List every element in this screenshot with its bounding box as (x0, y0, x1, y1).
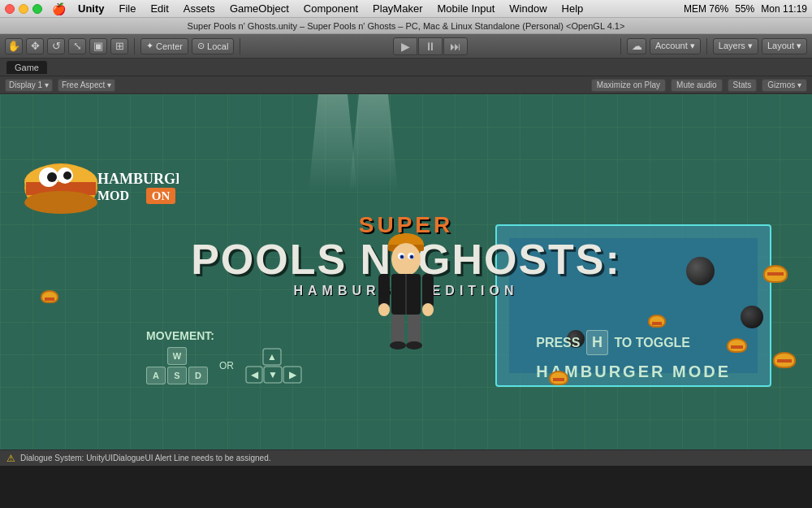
cloud-button[interactable]: ☁ (627, 38, 646, 54)
layout-label: Layout ▾ (767, 41, 801, 51)
game-tab[interactable]: Game (6, 61, 47, 74)
minimize-button[interactable] (19, 4, 28, 14)
maximize-label: Maximize on Play (597, 80, 660, 89)
menu-right: MEM 76% 55% Mon 11:19 (684, 3, 807, 15)
tool-bar: ✋ ✥ ↺ ⤡ ▣ ⊞ ✦ Center ⊙ Local ▶ ⏸ ⏭ ☁ Acc… (0, 34, 812, 59)
traffic-lights (5, 4, 42, 14)
menu-bar: 🍎 Unity File Edit Assets GameObject Comp… (0, 0, 812, 18)
gizmos-label: Gizmos ▾ (767, 80, 801, 89)
time-display: Mon 11:19 (761, 3, 807, 15)
center-button[interactable]: ✦ Center (140, 38, 188, 54)
stats-button[interactable]: Stats (728, 79, 758, 92)
separator-1 (134, 38, 135, 54)
status-message: Dialogue System: UnityUIDialogueUI Alert… (20, 454, 271, 462)
local-icon: ⊙ (197, 41, 205, 51)
press-h-text: PRESS H TO TOGGLE (536, 330, 731, 355)
floating-burger-2 (727, 338, 747, 353)
separator-2 (240, 38, 240, 54)
transform-tool[interactable]: ⊞ (110, 38, 128, 54)
svg-point-3 (24, 191, 97, 214)
press-label: PRESS (536, 336, 580, 350)
menu-gameobject[interactable]: GameObject (227, 2, 292, 15)
layout-button[interactable]: Layout ▾ (762, 38, 807, 54)
movement-instructions: MOVEMENT: W A S D OR ▲ (146, 329, 302, 384)
step-button[interactable]: ⏭ (443, 37, 468, 55)
arrow-keys-icon: ▲ ◀ ▼ ▶ (245, 348, 302, 384)
local-label: Local (207, 41, 228, 51)
svg-point-30 (406, 341, 422, 350)
aspect-label: Free Aspect ▾ (62, 80, 111, 89)
svg-point-29 (390, 341, 406, 350)
svg-rect-24 (422, 274, 434, 308)
local-button[interactable]: ⊙ Local (192, 38, 234, 54)
floating-burger-5 (549, 371, 568, 385)
mute-label: Mute audio (676, 80, 716, 89)
movement-keys-row: W A S D OR ▲ ◀ ▼ (146, 347, 302, 384)
svg-point-14 (391, 243, 421, 276)
toggle-label: TO TOGGLE (614, 336, 690, 350)
pause-button[interactable]: ⏸ (418, 37, 443, 55)
battery-indicator: 55% (735, 3, 754, 15)
maximize-on-play-button[interactable]: Maximize on Play (591, 79, 666, 92)
status-bar: ⚠ Dialogue System: UnityUIDialogueUI Ale… (0, 449, 812, 466)
apple-menu[interactable]: 🍎 (52, 2, 66, 15)
svg-point-5 (47, 172, 57, 182)
close-button[interactable] (5, 4, 15, 14)
menu-playmaker[interactable]: PlayMaker (370, 2, 425, 15)
unity-title-bar: Super Pools n' Ghosts.unity – Super Pool… (0, 18, 812, 34)
separator-4 (706, 38, 707, 54)
menu-component[interactable]: Component (301, 2, 361, 15)
character (374, 222, 438, 352)
aspect-select[interactable]: Free Aspect ▾ (58, 79, 115, 92)
floating-burger-1 (763, 265, 788, 283)
svg-rect-23 (378, 274, 390, 308)
app-name[interactable]: Unity (76, 2, 107, 15)
menu-help[interactable]: Help (559, 2, 586, 15)
separator-3 (620, 38, 621, 54)
wasd-keys: W A S D (146, 347, 208, 384)
game-label-row: Game (0, 59, 812, 76)
mute-audio-button[interactable]: Mute audio (671, 79, 722, 92)
menu-edit[interactable]: Edit (148, 2, 171, 15)
memory-indicator: MEM 76% (684, 3, 728, 15)
account-label: Account ▾ (655, 41, 695, 51)
svg-text:MOD: MOD (97, 189, 129, 202)
menu-file[interactable]: File (117, 2, 139, 15)
center-label: Center (156, 41, 183, 51)
warning-icon: ⚠ (6, 453, 15, 464)
key-s: S (167, 367, 187, 384)
right-options: Maximize on Play Mute audio Stats Gizmos… (591, 79, 807, 92)
svg-text:▶: ▶ (289, 369, 297, 380)
menu-window[interactable]: Window (507, 2, 549, 15)
rect-tool[interactable]: ▣ (89, 38, 107, 54)
floating-burger-4 (648, 315, 666, 328)
stats-label: Stats (733, 80, 752, 89)
move-tool[interactable]: ✥ (26, 38, 44, 54)
key-d: D (188, 367, 208, 384)
game-options-bar: Display 1 ▾ Free Aspect ▾ Maximize on Pl… (0, 76, 812, 94)
project-title: Super Pools n' Ghosts.unity – Super Pool… (188, 21, 625, 31)
menu-mobileinput[interactable]: Mobile Input (435, 2, 498, 15)
floating-burger-6 (41, 290, 58, 303)
arrow-keys: ▲ ◀ ▼ ▶ (245, 348, 302, 384)
maximize-button[interactable] (32, 4, 42, 14)
display-label: Display 1 ▾ (9, 80, 49, 89)
rotate-tool[interactable]: ↺ (47, 38, 65, 54)
scale-tool[interactable]: ⤡ (68, 38, 86, 54)
svg-rect-27 (391, 315, 404, 345)
svg-text:HAMBURGER: HAMBURGER (97, 171, 179, 187)
hand-tool[interactable]: ✋ (5, 38, 23, 54)
account-button[interactable]: Account ▾ (650, 38, 701, 54)
svg-point-20 (411, 256, 412, 258)
gizmos-button[interactable]: Gizmos ▾ (762, 79, 807, 92)
play-button[interactable]: ▶ (393, 37, 417, 55)
menu-assets[interactable]: Assets (181, 2, 218, 15)
or-text: OR (219, 360, 234, 371)
layers-label: Layers ▾ (719, 41, 753, 51)
svg-point-7 (63, 172, 71, 180)
layers-button[interactable]: Layers ▾ (713, 38, 758, 54)
svg-point-25 (378, 303, 390, 316)
svg-rect-28 (408, 315, 421, 345)
display-select[interactable]: Display 1 ▾ (5, 79, 53, 92)
svg-text:ON: ON (152, 189, 171, 202)
